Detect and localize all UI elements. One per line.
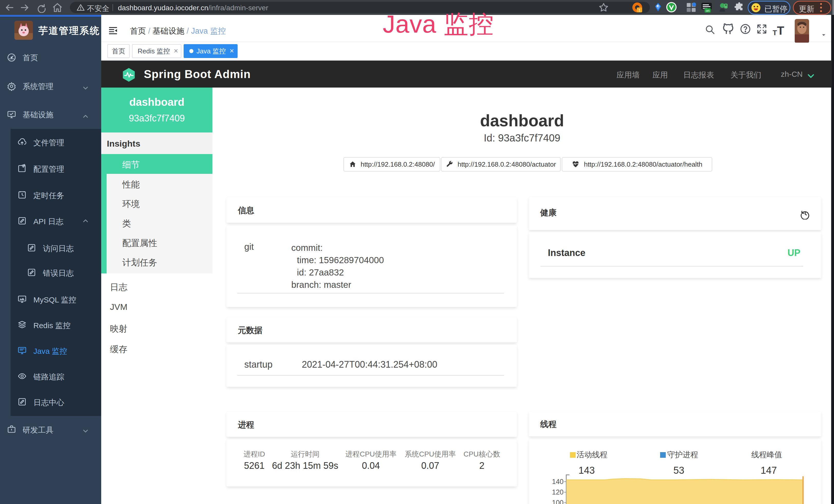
svg-text:on: on [706, 9, 709, 13]
svg-text:1: 1 [638, 8, 641, 12]
